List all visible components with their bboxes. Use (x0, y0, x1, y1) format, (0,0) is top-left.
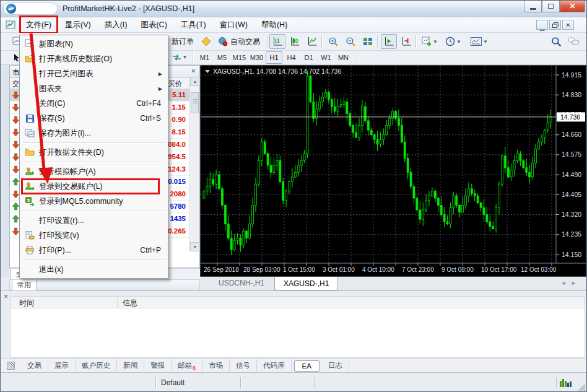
menu-item-label: 打印预览(v) (39, 230, 167, 241)
chat-button[interactable] (565, 34, 581, 49)
candlestick-mode-button[interactable] (287, 34, 303, 49)
chart-tab-scroll-arrows[interactable]: ◄► (560, 280, 581, 286)
timeframe-M15-button[interactable]: M15 (231, 51, 248, 64)
menu-帮助(H)[interactable]: 帮助(H) (256, 18, 293, 32)
child-restore-button[interactable] (549, 20, 561, 30)
timeframe-H4-button[interactable]: H4 (283, 51, 300, 64)
tab-navigator-common[interactable]: 常用 (12, 280, 37, 291)
terminal-tab-警报[interactable]: 警报 (144, 360, 172, 372)
timeframe-M30-button[interactable]: M30 (248, 51, 265, 64)
menu-item-label: 图表夹 (39, 84, 159, 94)
child-minimize-button[interactable]: ▁ (536, 20, 548, 30)
chart-shift-icon (401, 37, 412, 46)
bid-value: 084.0 (168, 141, 186, 148)
terminal-tab-日志[interactable]: 日志 (322, 360, 349, 372)
terminal-tab-代码库[interactable]: 代码库 (257, 360, 292, 372)
toolbar-separator (377, 35, 378, 48)
timeframe-M1-button[interactable]: M1 (196, 51, 213, 64)
periods-button[interactable]: ▼ (443, 34, 464, 49)
timeframe-M5-button[interactable]: M5 (214, 51, 230, 64)
timeframe-D1-button[interactable]: D1 (300, 51, 317, 64)
auto-scroll-button[interactable] (381, 34, 397, 49)
menu-item-关闭(C)[interactable]: 关闭(C)Ctrl+F4 (20, 96, 167, 111)
scroll-up-icon[interactable]: ▲ (190, 77, 200, 86)
resize-grip[interactable] (577, 383, 586, 391)
terminal-tab-账户历史[interactable]: 账户历史 (76, 360, 117, 372)
chart-window-system-icon[interactable] (6, 20, 15, 30)
message-column-header[interactable]: 信息 (117, 298, 137, 308)
menu-图表(C)[interactable]: 图表(C) (135, 18, 172, 32)
terminal-tab-信号[interactable]: 信号 (230, 360, 257, 372)
toolbar-separator (193, 51, 193, 64)
templates-button[interactable]: ▼ (467, 34, 491, 49)
window-close-button[interactable]: ✕ (560, 1, 585, 12)
menu-item-保存为图片(i)...[interactable]: 保存为图片(i)... (20, 126, 167, 141)
scrollbar-thumb[interactable] (191, 92, 199, 113)
menu-item-label: 打开数据文件夹(D) (39, 147, 167, 158)
terminal-tab-交易[interactable]: 交易 (21, 360, 48, 372)
menu-item-打开数据文件夹(D)[interactable]: 打开数据文件夹(D) (20, 145, 167, 160)
menu-item-保存(S)[interactable]: 保存(S)Ctrl+S (20, 111, 167, 126)
menu-item-打开离线历史数据(O)[interactable]: 打开离线历史数据(O) (20, 51, 167, 66)
child-close-button[interactable]: ✕ (562, 20, 574, 30)
market-watch-close-icon[interactable]: ✕ (189, 68, 198, 76)
timeframe-W1-button[interactable]: W1 (318, 51, 334, 64)
menu-插入(I)[interactable]: 插入(I) (99, 18, 133, 32)
scroll-down-icon[interactable]: ▼ (190, 242, 200, 251)
menu-item-打印预览(v)[interactable]: 打印预览(v) (20, 228, 167, 243)
menu-shortcut: Ctrl+P (140, 246, 167, 255)
new-order-button[interactable]: 新订单 (168, 34, 197, 49)
terminal-header: 时间 信息 (10, 296, 585, 308)
chart-tab-XAGUSD-,H1[interactable]: XAGUSD-,H1 (274, 277, 338, 290)
new-order-label: 新订单 (172, 37, 194, 47)
indicators-button[interactable]: ▼ (419, 34, 440, 49)
menu-工具(T)[interactable]: 工具(T) (175, 18, 212, 32)
menu-item-打印设置(r)...[interactable]: 打印设置(r)... (20, 213, 167, 228)
symbols-button[interactable]: ▼ (169, 51, 190, 64)
price-chart[interactable]: 14.91514.83014.74514.66014.57514.49014.4… (200, 65, 586, 277)
window-minimize-button[interactable] (524, 1, 542, 12)
time-column-header[interactable]: 时间 (19, 298, 34, 308)
search-button[interactable] (548, 34, 564, 49)
terminal-panel-icon[interactable] (7, 362, 15, 370)
zoom-out-button[interactable] (342, 34, 359, 49)
line-chart-mode-button[interactable] (304, 34, 320, 49)
timeframe-H1-button[interactable]: H1 (266, 51, 282, 64)
menu-显示(V)[interactable]: 显示(V) (59, 18, 97, 32)
autotrade-button[interactable]: 自动交易 (214, 34, 264, 49)
terminal-close-icon[interactable]: ✕ (2, 294, 9, 300)
menu-item-图表夹[interactable]: 图表夹▶ (20, 81, 167, 96)
tile-windows-button[interactable] (360, 34, 376, 49)
terminal-tab-EA[interactable]: EA (294, 360, 320, 372)
chart-tab-USDCNH-,H1[interactable]: USDCNH-,H1 (210, 277, 273, 289)
terminal-tab-邮箱[interactable]: 邮箱6 (172, 360, 202, 372)
restore-icon (548, 4, 554, 9)
menu-item-退出(x)[interactable]: 退出(x) (20, 262, 167, 277)
window-restore-button[interactable] (542, 1, 560, 12)
menu-文件(F)[interactable]: 文件(F) (20, 18, 57, 32)
menu-item-打印(P)...[interactable]: 打印(P)...Ctrl+P (20, 243, 167, 258)
menu-item-打开已关闭图表[interactable]: 打开已关闭图表▶ (20, 66, 167, 81)
menu-窗口(W)[interactable]: 窗口(W) (214, 18, 253, 32)
terminal-tab-展示[interactable]: 展示 (48, 360, 76, 372)
market-depth-button[interactable] (198, 34, 214, 49)
menu-item-label: 登录到MQL5.community (39, 196, 167, 207)
status-template-name: Default (156, 373, 240, 392)
menu-item-label: 开新模拟帐户(A) (39, 167, 167, 177)
auto-scroll-icon (384, 37, 394, 46)
terminal-body (10, 308, 585, 358)
bid-value: 124.3 (168, 165, 186, 173)
menu-item-开新模拟帐户(A)[interactable]: 开新模拟帐户(A) (20, 164, 167, 179)
bar-chart-mode-button[interactable] (269, 34, 285, 49)
chart-shift-button[interactable] (398, 34, 414, 49)
chevron-down-icon: ▼ (456, 39, 461, 45)
menu-item-新图表(N)[interactable]: 新图表(N) (20, 37, 167, 51)
menu-item-登录到交易账户(L)[interactable]: 登录到交易账户(L) (20, 179, 167, 194)
menu-item-登录到MQL5.community[interactable]: 5登录到MQL5.community (20, 194, 167, 209)
terminal-tab-新闻[interactable]: 新闻 (117, 360, 144, 372)
timeframe-MN-button[interactable]: MN (335, 51, 352, 64)
market-watch-scrollbar[interactable]: ▲ ▼ (189, 77, 199, 251)
svg-text:14.915: 14.915 (562, 71, 581, 79)
zoom-in-button[interactable] (325, 34, 341, 49)
terminal-tab-市场[interactable]: 市场 (202, 360, 230, 372)
